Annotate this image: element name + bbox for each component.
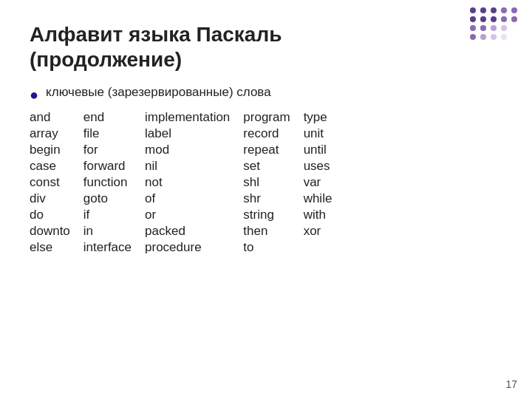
keyword-cell: label — [145, 126, 243, 142]
keyword-cell: or — [145, 207, 243, 223]
keyword-cell: not — [145, 174, 243, 191]
keyword-cell: forward — [83, 158, 145, 174]
page-number: 17 — [505, 378, 517, 390]
keyword-cell: for — [83, 142, 145, 158]
bullet-icon: ● — [30, 86, 38, 103]
keyword-cell: do — [30, 207, 83, 223]
keyword-cell: div — [30, 191, 83, 207]
keyword-cell: procedure — [145, 239, 243, 256]
keyword-cell: begin — [30, 142, 83, 158]
keyword-cell: string — [243, 207, 303, 223]
keyword-cell: goto — [83, 191, 145, 207]
table-row: downtoinpackedthenxor — [30, 223, 345, 239]
keyword-cell: file — [83, 126, 145, 142]
keyword-cell: packed — [145, 223, 243, 239]
keyword-cell: function — [83, 174, 145, 191]
bullet-row: ● ключевые (зарезервированные) слова — [30, 85, 502, 103]
keyword-cell: uses — [304, 158, 346, 174]
keyword-cell: shr — [243, 191, 303, 207]
keyword-cell: and — [30, 109, 83, 126]
table-row: arrayfilelabelrecordunit — [30, 126, 345, 142]
keyword-cell: while — [304, 191, 346, 207]
keyword-cell: downto — [30, 223, 83, 239]
keyword-cell: to — [243, 239, 303, 256]
keyword-cell: record — [243, 126, 303, 142]
keyword-cell: until — [304, 142, 346, 158]
keyword-cell: then — [243, 223, 303, 239]
decorative-dots — [470, 7, 519, 40]
keyword-cell: array — [30, 126, 83, 142]
keyword-cell: var — [304, 174, 346, 191]
keyword-cell: implementation — [145, 109, 243, 126]
keyword-cell: xor — [304, 223, 346, 239]
keyword-cell: if — [83, 207, 145, 223]
keyword-cell: shl — [243, 174, 303, 191]
table-row: caseforwardnilsetuses — [30, 158, 345, 174]
keyword-cell: in — [83, 223, 145, 239]
keyword-cell: end — [83, 109, 145, 126]
keywords-table: andendimplementationprogramtypearrayfile… — [30, 109, 502, 256]
keyword-cell: unit — [304, 126, 346, 142]
table-row: beginformodrepeatuntil — [30, 142, 345, 158]
keyword-cell: case — [30, 158, 83, 174]
table-row: doiforstringwith — [30, 207, 345, 223]
keyword-cell — [304, 239, 346, 256]
keyword-cell: with — [304, 207, 346, 223]
keyword-cell: nil — [145, 158, 243, 174]
table-row: elseinterfaceprocedureto — [30, 239, 345, 256]
table-row: constfunctionnotshlvar — [30, 174, 345, 191]
table-row: divgotoofshrwhile — [30, 191, 345, 207]
keyword-cell: repeat — [243, 142, 303, 158]
slide-title: Алфавит языка Паскаль (продолжение) — [30, 22, 502, 72]
table-row: andendimplementationprogramtype — [30, 109, 345, 126]
keyword-cell: else — [30, 239, 83, 256]
keyword-cell: program — [243, 109, 303, 126]
keyword-cell: interface — [83, 239, 145, 256]
keyword-cell: type — [304, 109, 346, 126]
keyword-cell: of — [145, 191, 243, 207]
slide: Алфавит языка Паскаль (продолжение) ● кл… — [0, 0, 532, 399]
keyword-cell: mod — [145, 142, 243, 158]
keyword-cell: set — [243, 158, 303, 174]
bullet-text: ключевые (зарезервированные) слова — [46, 85, 271, 100]
keyword-cell: const — [30, 174, 83, 191]
